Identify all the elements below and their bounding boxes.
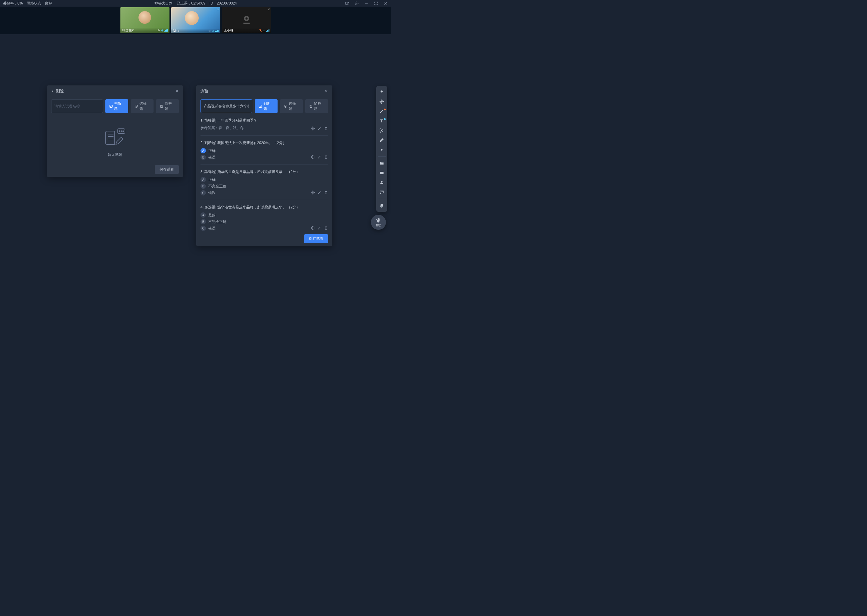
tab-short-answer[interactable]: 简答题 [305, 99, 328, 113]
fullscreen-icon[interactable] [373, 1, 379, 6]
close-window-icon[interactable] [383, 1, 388, 6]
minimize-icon[interactable] [364, 1, 369, 6]
svg-point-34 [380, 131, 381, 132]
svg-rect-7 [162, 30, 162, 31]
svg-point-38 [381, 192, 381, 192]
mic-signal-icons [157, 29, 168, 32]
svg-rect-36 [380, 172, 383, 174]
delete-question-icon[interactable] [324, 226, 328, 231]
svg-rect-0 [345, 2, 348, 5]
back-button[interactable]: 测验 [51, 88, 64, 94]
svg-point-29 [284, 105, 287, 108]
question-block: 4 [多选题] 施华洛世奇是反华品牌，所以梁鼎琪反华。 （2分）A是的B不完全正… [200, 205, 328, 231]
media-tool-icon[interactable] [376, 169, 387, 177]
camera-off-icon [240, 13, 253, 27]
settings-icon[interactable] [354, 1, 359, 6]
edit-question-icon[interactable] [317, 190, 322, 195]
panel-close-icon[interactable]: ✕ [175, 89, 179, 94]
delete-question-icon[interactable] [324, 190, 328, 195]
move-question-icon[interactable] [311, 126, 315, 132]
participants-tool-icon[interactable] [376, 178, 387, 187]
tab-choice[interactable]: 选择题 [280, 99, 303, 113]
folder-tool-icon[interactable] [376, 159, 387, 168]
network-status: 网络状态：良好 [27, 1, 52, 6]
mic-signal-icons [259, 29, 270, 32]
option-badge: C [200, 226, 206, 231]
svg-point-6 [158, 30, 159, 31]
option-row[interactable]: A正确 [200, 148, 328, 153]
option-badge: A [200, 148, 206, 153]
tile-close-icon[interactable]: ✕ [268, 8, 270, 11]
edit-question-icon[interactable] [317, 126, 322, 132]
svg-point-26 [121, 131, 122, 132]
tile-close-icon[interactable]: ✕ [217, 8, 219, 11]
quiz-name-input[interactable] [51, 99, 103, 113]
option-row[interactable]: B不完全正确 [200, 219, 328, 225]
panel-close-icon[interactable]: ✕ [325, 89, 328, 94]
scissors-tool-icon[interactable] [376, 126, 387, 135]
option-text: 错误 [208, 155, 216, 160]
video-tile-student-nina[interactable]: ✕ Nina [171, 7, 221, 33]
tab-short-answer[interactable]: 简答题 [156, 99, 179, 113]
edit-question-icon[interactable] [317, 155, 322, 160]
delete-question-icon[interactable] [324, 126, 328, 132]
eraser-tool-icon[interactable] [376, 136, 387, 145]
move-question-icon[interactable] [311, 190, 315, 195]
laser-tool-icon[interactable] [376, 146, 387, 154]
bell-tool-icon[interactable] [376, 201, 387, 210]
option-text: 不完全正确 [208, 184, 226, 189]
option-row[interactable]: B不完全正确 [200, 184, 328, 189]
mic-signal-icons [208, 30, 219, 33]
option-row[interactable]: A是的 [200, 212, 328, 218]
move-question-icon[interactable] [311, 226, 315, 231]
question-block: 1 [简答题] 一年四季分别是哪四季？参考答案：春、夏、秋、冬 [200, 118, 328, 136]
option-row[interactable]: C错误 [200, 190, 328, 195]
move-tool-icon[interactable] [376, 97, 387, 106]
question-title: 2 [判断题] 我国宪法上一次更新是在2020年。 （2分） [200, 140, 328, 146]
tab-judge[interactable]: 判断题 [255, 99, 277, 113]
cursor-tool-icon[interactable] [376, 88, 387, 96]
save-quiz-button[interactable]: 保存试卷 [304, 234, 328, 243]
panel-title: 测验 [200, 88, 208, 94]
option-row[interactable]: C错误 [200, 226, 328, 231]
option-text: 是的 [208, 213, 216, 218]
question-title: 4 [多选题] 施华洛世奇是反华品牌，所以梁鼎琪反华。 （2分） [200, 205, 328, 210]
session-id: ID：2020070324 [210, 1, 237, 6]
toggle-camera-icon[interactable] [344, 1, 350, 6]
tab-choice[interactable]: 选择题 [131, 99, 153, 113]
edit-question-icon[interactable] [317, 226, 322, 231]
option-row[interactable]: A正确 [200, 177, 328, 182]
option-badge: A [200, 177, 206, 182]
chat-tool-icon[interactable] [376, 188, 387, 196]
option-badge: A [200, 212, 206, 218]
svg-rect-10 [213, 30, 213, 31]
svg-point-40 [383, 192, 383, 192]
quiz-panel-editor: 测验 ✕ 判断题 选择题 简答题 1 [简答题] 一年四季分别是哪四季？参考答案… [196, 85, 333, 246]
video-tile-teacher[interactable]: 叮当老师 [120, 7, 169, 33]
svg-point-27 [123, 131, 124, 132]
svg-point-37 [381, 181, 382, 182]
save-quiz-button[interactable]: 保存试卷 [155, 165, 179, 174]
question-block: 3 [单选题] 施华洛世奇是反华品牌，所以梁鼎琪反华。 （2分）A正确B不完全正… [200, 169, 328, 200]
move-question-icon[interactable] [311, 155, 315, 160]
option-badge: C [200, 190, 206, 195]
question-title: 3 [单选题] 施华洛世奇是反华品牌，所以梁鼎琪反华。 （2分） [200, 169, 328, 174]
participant-name: Nina [173, 29, 180, 33]
video-tile-student-off[interactable]: ✕ 王小明 [222, 7, 271, 33]
quiz-panel-empty: 测验 ✕ 判断题 选择题 简答题 暂无试题 保存试卷 [47, 85, 183, 177]
option-badge: B [200, 219, 206, 225]
pen-tool-icon[interactable] [376, 107, 387, 115]
svg-rect-16 [110, 105, 112, 108]
option-text: 正确 [208, 177, 216, 182]
text-tool-icon[interactable] [376, 117, 387, 125]
elapsed-time: 已上课：02:34:09 [177, 1, 205, 6]
quiz-name-input[interactable] [200, 99, 252, 113]
raise-hand-badge[interactable]: 0/2 [371, 215, 386, 230]
participant-name: 王小明 [224, 28, 233, 33]
tab-judge[interactable]: 判断题 [106, 99, 128, 113]
top-status-bar: 丢包率：0% 网络状态：良好 神秘大自然 已上课：02:34:09 ID：202… [0, 0, 391, 6]
svg-point-12 [246, 17, 248, 20]
option-text: 不完全正确 [208, 219, 226, 225]
delete-question-icon[interactable] [324, 155, 328, 160]
option-row[interactable]: B错误 [200, 155, 328, 160]
